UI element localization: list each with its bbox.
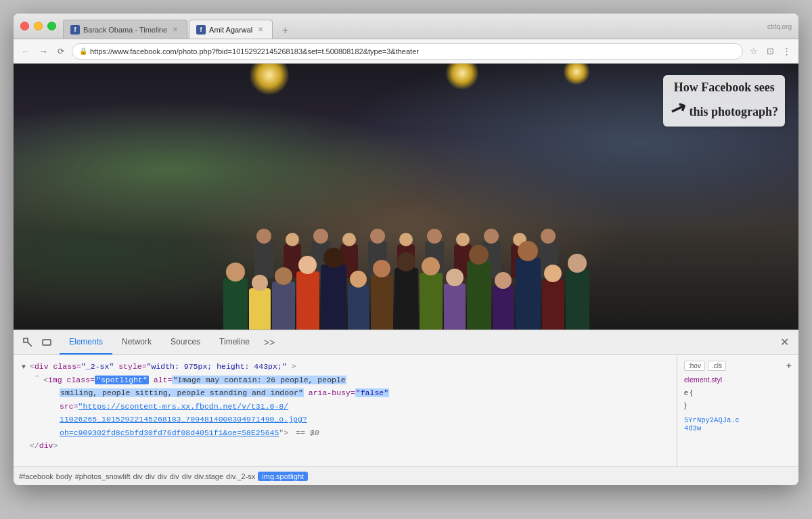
bc-item-facebook[interactable]: #facebook (19, 472, 53, 480)
svg-rect-2 (43, 340, 51, 345)
bookmark-icon[interactable]: ☆ (747, 45, 761, 58)
person-6 (348, 271, 369, 330)
code-line-div: ▼ <div class="_2-sx" style="width: 975px… (22, 360, 669, 374)
person-11 (467, 245, 491, 330)
svg-rect-0 (24, 338, 28, 342)
person-8 (394, 252, 418, 330)
title-bar: f Barack Obama - Timeline ✕ f Amit Agarw… (14, 14, 798, 39)
element-style-block: element.styl e { } (684, 374, 792, 412)
devtools-styles-sidebar: :hov .cls + element.styl e { } (677, 355, 798, 466)
traffic-lights (20, 22, 56, 30)
photo-area: How Facebook sees ↙this photograph? (14, 64, 798, 330)
bc-item-div-3[interactable]: div (158, 472, 167, 480)
maximize-traffic-light[interactable] (47, 22, 56, 30)
inspect-element-button[interactable] (19, 334, 37, 351)
bc-item-img-spotlight[interactable]: img.spotlight (258, 472, 308, 481)
top-right-domain: ctrlq.org (767, 22, 792, 30)
browser-window: f Barack Obama - Timeline ✕ f Amit Agarw… (14, 14, 798, 485)
minimize-traffic-light[interactable] (34, 22, 43, 30)
bc-item-body[interactable]: body (56, 472, 72, 480)
console-drawer-button[interactable] (38, 334, 55, 351)
url-text: https://www.facebook.com/photo.php?fbid=… (90, 47, 736, 55)
person-10 (444, 269, 466, 330)
person-back-1 (254, 229, 273, 278)
new-tab-button[interactable]: + (277, 22, 293, 39)
code-src-url[interactable]: "https://scontent-mrs.xx.fbcdn.net/v/t31… (78, 402, 289, 411)
dollar-zero-label: == $0 (296, 428, 319, 437)
expand-arrow-icon: ▼ (22, 361, 26, 373)
devtools-tab-elements[interactable]: Elements (60, 330, 112, 355)
code-img-tag: <img class="spotlight" alt="Image may co… (43, 374, 346, 387)
person-12 (493, 272, 514, 330)
sidebar-hov-cls-row: :hov .cls + (684, 360, 792, 371)
add-rule-button[interactable]: + (786, 360, 792, 371)
url-bar[interactable]: 🔒 https://www.facebook.com/photo.php?fbi… (72, 43, 743, 60)
cls-button[interactable]: .cls (708, 361, 726, 371)
devtools-panel: Elements Network Sources Timeline >> ✕ ▼… (14, 330, 798, 485)
tab-close-1[interactable]: ✕ (171, 25, 180, 35)
style-open-brace: e { (684, 386, 792, 399)
profile-icon[interactable]: ⊡ (763, 45, 777, 58)
tab-favicon-2: f (196, 25, 206, 35)
class-id-2: 4d3w (684, 424, 792, 432)
code-alt-continued: smiling, people sitting, people standing… (60, 386, 669, 400)
bc-item-div-stage[interactable]: div.stage (194, 472, 223, 480)
class-id-1: 5YrNpy2AQJa.c (684, 416, 792, 424)
style-close-brace: } (684, 399, 792, 412)
tab-amit-agarwal[interactable]: f Amit Agarwal ✕ (189, 20, 273, 39)
person-15 (566, 254, 589, 330)
devtools-close-button[interactable]: ✕ (775, 334, 793, 351)
forward-button[interactable]: → (37, 45, 50, 58)
gutter-dots: ⋯ (35, 374, 39, 380)
bc-item-div-1[interactable]: div (133, 472, 143, 480)
tab-close-2[interactable]: ✕ (256, 25, 265, 35)
person-14 (542, 265, 564, 330)
person-4 (296, 256, 319, 330)
svg-line-1 (28, 342, 32, 346)
refresh-button[interactable]: ⟳ (54, 45, 68, 58)
code-div-tag: <div class="_2-sx" style="width: 975px; … (30, 360, 296, 374)
person-13 (516, 241, 541, 330)
person-7 (371, 260, 393, 330)
code-line-div-close: </div> (30, 439, 669, 453)
menu-icon[interactable]: ⋮ (780, 45, 793, 58)
devtools-tab-timeline[interactable]: Timeline (210, 330, 259, 355)
devtools-toolbar: Elements Network Sources Timeline >> ✕ (14, 330, 798, 355)
tab-title-2: Amit Agarwal (209, 26, 252, 34)
bc-item-div-5[interactable]: div (182, 472, 191, 480)
lock-icon: 🔒 (79, 47, 87, 55)
devtools-code-panel: ▼ <div class="_2-sx" style="width: 975px… (14, 355, 677, 466)
address-bar: ← → ⟳ 🔒 https://www.facebook.com/photo.p… (14, 39, 798, 64)
group-photo: How Facebook sees ↙this photograph? (14, 64, 798, 330)
code-src-url-2[interactable]: 11026265_10152922145268183_7094814000304… (60, 415, 307, 424)
code-src-url-3[interactable]: oh=c909302fd8c5bfd30fd76df08d4051f1&oe=5… (60, 428, 279, 437)
tab-barack-obama[interactable]: f Barack Obama - Timeline ✕ (63, 20, 187, 39)
front-row-people (14, 95, 798, 330)
bc-item-div-2[interactable]: div (145, 472, 155, 480)
devtools-tabs: Elements Network Sources Timeline (60, 330, 259, 355)
bc-item-div-4[interactable]: div (170, 472, 179, 480)
bc-item-photos-snowlift[interactable]: #photos_snowlift (75, 472, 131, 480)
code-src-line: src="https://scontent-mrs.xx.fbcdn.net/v… (60, 400, 669, 413)
element-style-label: element.styl (684, 374, 792, 386)
back-button[interactable]: ← (19, 45, 32, 58)
close-traffic-light[interactable] (20, 22, 29, 30)
person-2 (249, 275, 271, 330)
annotation-line1: How Facebook sees (674, 81, 775, 94)
devtools-more-button[interactable]: >> (261, 334, 278, 351)
person-5 (321, 248, 346, 330)
photo-annotation: How Facebook sees ↙this photograph? (663, 75, 785, 127)
code-div-close-tag: </div> (30, 439, 58, 453)
browser-content: How Facebook sees ↙this photograph? (14, 64, 798, 485)
person-3 (272, 267, 295, 330)
bc-item-div-2sx[interactable]: div._2-sx (226, 472, 255, 480)
devtools-body: ▼ <div class="_2-sx" style="width: 975px… (14, 355, 798, 466)
tab-favicon-1: f (70, 25, 80, 35)
breadcrumb-bar: #facebook body #photos_snowlift div div … (14, 466, 798, 485)
devtools-tab-sources[interactable]: Sources (161, 330, 210, 355)
code-line-img: ⋯ <img class="spotlight" alt="Image may … (35, 374, 669, 387)
annotation-arrow-icon: ↙ (666, 94, 690, 125)
devtools-tab-network[interactable]: Network (112, 330, 161, 355)
person-1 (223, 263, 248, 330)
hov-button[interactable]: :hov (684, 361, 705, 371)
